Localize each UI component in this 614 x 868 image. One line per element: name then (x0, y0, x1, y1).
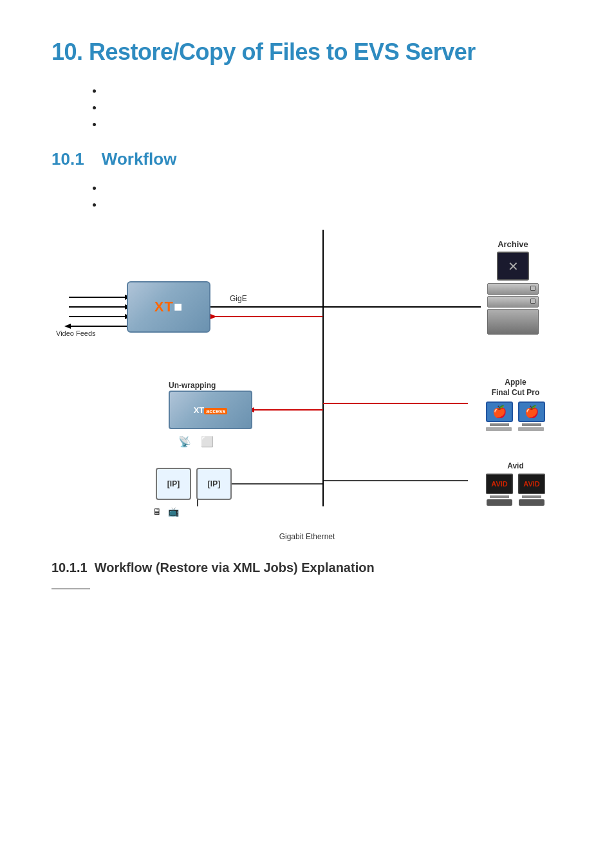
avid-workstation-2: AVID (518, 474, 545, 506)
apple-monitor-1: 🍎 (486, 402, 513, 431)
bottom-hardware: 🖥 📺 (153, 506, 179, 517)
bullet-item (103, 85, 563, 97)
gigabit-ethernet-label: Gigabit Ethernet (51, 532, 563, 541)
apple-group: AppleFinal Cut Pro 🍎 🍎 (486, 378, 545, 431)
ip-boxes: [IP] [IP] (156, 468, 232, 500)
apple-monitor-2: 🍎 (518, 402, 545, 431)
section-1011-title: 10.1.1 Workflow (Restore via XML Jobs) E… (51, 560, 563, 575)
ip-box-1: [IP] (156, 468, 191, 500)
page-title: 10. Restore/Copy of Files to EVS Server (51, 39, 563, 66)
xtaccess-label: XTaccess (194, 405, 228, 415)
bullet-item (103, 118, 563, 130)
xtb-label: XT■ (154, 299, 183, 315)
archive-icon: ✕ (497, 252, 529, 281)
server-stack (487, 283, 539, 335)
workflow-diagram: Video Feeds XT■ GigE Archive ✕ AppleFina… (56, 230, 558, 526)
bullet-item (103, 182, 563, 194)
apple-label: AppleFinal Cut Pro (486, 378, 545, 398)
avid-workstation-1: AVID (486, 474, 513, 506)
xtaccess-icons: 📡 ⬜ (178, 436, 214, 448)
svg-marker-11 (64, 324, 71, 329)
unwrapping-label: Un-wrapping (169, 381, 216, 390)
section10-bullets (103, 85, 563, 130)
footer-rule (51, 588, 90, 589)
video-feeds-label: Video Feeds (56, 329, 96, 337)
section101-bullets (103, 182, 563, 210)
gige-label: GigE (230, 294, 247, 303)
xtaccess-box: XTaccess (169, 391, 252, 429)
archive-label: Archive (487, 239, 539, 249)
section-101-title: 10.1 Workflow (51, 149, 563, 169)
bullet-item (103, 102, 563, 113)
bullet-item (103, 199, 563, 210)
svg-marker-3 (210, 314, 217, 319)
xtb-box: XT■ (127, 281, 210, 333)
avid-label: Avid (486, 461, 545, 470)
avid-group: Avid AVID AVID (486, 461, 545, 506)
ip-box-2: [IP] (196, 468, 232, 500)
